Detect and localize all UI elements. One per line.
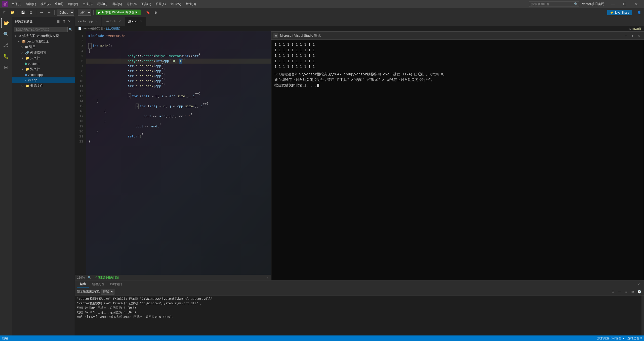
tree-icon-project: 📦: [22, 40, 26, 43]
menu-extensions[interactable]: 扩展(X): [154, 1, 168, 7]
toolbar-sep-4: [93, 10, 94, 15]
toolbar-saveall-icon[interactable]: ⊡: [27, 9, 34, 16]
liveshare-button[interactable]: ⚡ Live Share: [607, 10, 632, 15]
platform-selector[interactable]: x64: [78, 10, 91, 16]
liveshare-label: Live Share: [615, 11, 629, 14]
sidebar: 解决方案资源... ⊟ ⚙ ✕ 🔍 ▼ 🗂 解决方案 'vector模拟实现' …: [12, 17, 75, 335]
sidebar-more-icon[interactable]: ✕: [67, 19, 72, 24]
activity-debug[interactable]: 🐛: [1, 51, 11, 61]
toolbar-save-icon[interactable]: 💾: [20, 9, 26, 16]
output-toolbar-btn-2[interactable]: —: [617, 289, 622, 295]
tree-item-project[interactable]: ▼ 📦 vector模拟实现: [12, 39, 75, 44]
output-tab-errors[interactable]: 错误列表: [89, 281, 107, 287]
tree-item-references[interactable]: ▷ ⊞ 引用: [12, 44, 75, 50]
minimize-button[interactable]: —: [607, 0, 619, 8]
menu-help[interactable]: 帮助(H): [184, 1, 198, 7]
editor-split: 12345 678910 1112131415 1617181920 2122 …: [75, 31, 644, 335]
menu-project[interactable]: 项目(P): [66, 1, 80, 7]
tree-item-solution[interactable]: ▼ 🗂 解决方案 'vector模拟实现': [12, 33, 75, 39]
tab-close-vector-cpp[interactable]: ✕: [94, 19, 98, 23]
output-toolbar-btn-4[interactable]: ⇄: [630, 289, 635, 295]
tree-item-extern-deps[interactable]: ▷ 🔗 外部依赖项: [12, 50, 75, 55]
status-ready[interactable]: 就绪: [2, 336, 8, 340]
sidebar-header-icons: ⊟ ⚙ ✕: [56, 19, 72, 24]
status-source-control[interactable]: 添加到源代码管理 ▲: [597, 336, 625, 340]
tree-label-vector-cpp: vector.cpp: [28, 73, 43, 77]
menu-git[interactable]: Git(G): [53, 1, 65, 7]
sidebar-search-input[interactable]: [14, 27, 68, 32]
activity-bar: 📂 🔍 ⎇ 🐛 ⊞: [0, 17, 12, 335]
output-line-5: 程序 "[1124] vector模拟实现.exe" 已退出，返回值为 0 (0…: [77, 315, 639, 319]
tree-item-resource-folder[interactable]: ▷ 📁 资源文件: [12, 83, 75, 88]
menu-test[interactable]: 测试(S): [110, 1, 124, 7]
toolbar-new-icon[interactable]: ⬚: [2, 9, 8, 16]
run-button[interactable]: ▶ ▶ 本地 Windows 调试器 ▶: [96, 10, 141, 15]
activity-git[interactable]: ⎇: [1, 40, 11, 50]
code-editor-inner: 12345 678910 1112131415 1617181920 2122 …: [75, 31, 271, 275]
menu-file[interactable]: 文件(F): [10, 1, 23, 7]
tree-icon-solution: 🗂: [18, 34, 21, 38]
code-editor[interactable]: 12345 678910 1112131415 1617181920 2122 …: [75, 31, 271, 280]
sidebar-settings-icon[interactable]: ⚙: [62, 19, 66, 24]
toolbar-bookmark-icon[interactable]: 🔖: [145, 9, 151, 16]
tree-item-vector-h[interactable]: h vector.h: [12, 61, 75, 66]
tree-item-header-folder[interactable]: ▼ 📁 头文件: [12, 55, 75, 61]
status-select[interactable]: 选择适合 ≡: [627, 336, 642, 340]
tab-label-vector-cpp: vector.cpp: [78, 19, 93, 23]
toolbar-find-icon[interactable]: ⊕: [152, 9, 159, 16]
console-matrix-row-4: 1 1 1 1 1 1 1 1 1 1: [274, 58, 641, 64]
tab-vector-cpp[interactable]: vector.cpp ✕: [75, 17, 102, 26]
tab-yuan-cpp[interactable]: 源.cpp ✕: [125, 17, 146, 26]
tree-arrow-resource-folder: ▷: [21, 84, 24, 87]
tab-vector-h[interactable]: vector.h ✕: [102, 17, 125, 26]
activity-explorer[interactable]: 📂: [1, 18, 11, 28]
breadcrumb-func: main(): [632, 27, 641, 30]
output-line-1: "vector模拟实现.exe" (Win32): 已加载 "C:\Window…: [77, 297, 639, 301]
console-close-btn[interactable]: ✕: [636, 33, 642, 38]
titlebar: 文件(F) 编辑(E) 视图(V) Git(G) 项目(P) 生成(B) 调试(…: [0, 0, 644, 8]
debug-config-selector[interactable]: Debug: [57, 10, 74, 16]
menu-tools[interactable]: 工具(T): [139, 1, 153, 7]
output-close-icon[interactable]: ✕: [635, 282, 642, 286]
menu-window[interactable]: 窗口(W): [168, 1, 183, 7]
search-input[interactable]: [529, 1, 579, 7]
menu-build[interactable]: 生成(B): [80, 1, 95, 7]
tab-close-vector-h[interactable]: ✕: [118, 19, 122, 23]
menu-debug[interactable]: 调试(D): [95, 1, 109, 7]
toolbar-undo-icon[interactable]: ↩: [38, 9, 45, 16]
console-new-tab-btn[interactable]: +: [623, 33, 629, 38]
console-popup: ⊞ Microsoft Visual Studio 调试 + ▾ ✕ 1 1 1…: [271, 31, 644, 280]
tab-close-yuan-cpp[interactable]: ✕: [139, 19, 143, 23]
search-icon: 🔍: [574, 2, 578, 6]
sidebar-search-icon: 🔍: [69, 28, 73, 31]
tree-item-source-folder[interactable]: ▼ 📁 源文件: [12, 66, 75, 72]
sidebar-tree: ▼ 🗂 解决方案 'vector模拟实现' ▼ 📦 vector模拟实现 ▷ ⊞…: [12, 33, 75, 335]
tree-item-yuan-cpp[interactable]: c 源.cpp: [12, 77, 75, 83]
toolbar-redo-icon[interactable]: ↪: [46, 9, 52, 16]
output-toolbar-btn-1[interactable]: ⊟: [610, 289, 616, 295]
toolbar-open-icon[interactable]: 📁: [9, 9, 16, 16]
sidebar-collapse-icon[interactable]: ⊟: [56, 19, 61, 24]
tree-icon-yuan-cpp: c: [25, 78, 27, 82]
console-dropdown-btn[interactable]: ▾: [630, 33, 635, 38]
output-tab-immediate[interactable]: 即时窗口: [107, 281, 125, 287]
tree-arrow-header-folder: ▼: [21, 57, 24, 60]
menu-view[interactable]: 视图(V): [38, 1, 53, 7]
output-tab-output[interactable]: 输出: [77, 281, 89, 287]
maximize-button[interactable]: □: [619, 0, 630, 8]
tree-label-source-folder: 源文件: [30, 67, 40, 71]
output-toolbar-btn-5[interactable]: 🕐: [636, 289, 642, 295]
output-scrollbar[interactable]: [641, 296, 644, 335]
tree-label-header-folder: 头文件: [30, 56, 40, 60]
output-toolbar-btn-3[interactable]: ≡: [623, 289, 629, 295]
menu-edit[interactable]: 编辑(E): [24, 1, 38, 7]
tree-item-vector-cpp[interactable]: c vector.cpp: [12, 72, 75, 77]
activity-search[interactable]: 🔍: [1, 29, 11, 39]
activity-extensions[interactable]: ⊞: [1, 62, 11, 72]
console-press-msg: 按任意键关闭此窗口. . .: [274, 82, 641, 88]
tree-label-solution: 解决方案 'vector模拟实现': [22, 34, 60, 38]
menu-analyze[interactable]: 分析(N): [125, 1, 139, 7]
close-button[interactable]: ✕: [630, 0, 642, 8]
output-source-select[interactable]: 调试: [101, 289, 114, 295]
toolbar-account-icon[interactable]: 👤: [636, 9, 642, 16]
